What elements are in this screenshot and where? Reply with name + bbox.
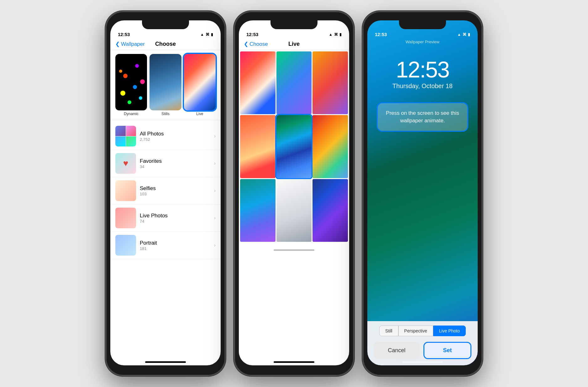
back-label-2: Choose <box>249 41 268 47</box>
favorites-info: Favorites 34 <box>140 158 210 169</box>
livephotos-count: 74 <box>140 219 210 224</box>
livephotos-thumb <box>115 208 136 228</box>
wallpaper-type-dynamic[interactable]: Dynamic <box>115 54 147 116</box>
album-item-livephotos[interactable]: Live Photos 74 › <box>110 204 221 232</box>
selfies-name: Selfies <box>140 185 210 192</box>
livephotos-info: Live Photos 74 <box>140 213 210 224</box>
wallpaper-type-grid: Dynamic Stills Live <box>110 50 221 117</box>
dynamic-label: Dynamic <box>124 112 139 116</box>
preview-date: Thursday, October 18 <box>367 82 478 90</box>
allphotos-chevron: › <box>214 133 216 139</box>
selfies-thumb <box>115 180 136 201</box>
preview-big-time: 12:53 <box>367 57 478 82</box>
phone3: 12:53 ▲ ⌘ ▮ Wallpaper Preview 12:53 Thur… <box>363 12 482 375</box>
live-wallpaper-9[interactable] <box>312 179 348 242</box>
back-button-1[interactable]: ❮ Wallpaper <box>115 41 145 47</box>
home-indicator-2 <box>274 361 314 363</box>
allphotos-count: 2,752 <box>140 137 210 142</box>
status-icons-3: ▲ ⌘ ▮ <box>457 32 470 37</box>
signal-icon-3: ▲ <box>457 32 461 37</box>
battery-icon-2: ▮ <box>339 32 342 37</box>
selfies-info: Selfies 103 <box>140 185 210 196</box>
livephotos-name: Live Photos <box>140 213 210 219</box>
portrait-count: 181 <box>140 246 210 251</box>
page-title-2: Live <box>288 41 300 47</box>
live-thumb <box>184 54 216 110</box>
live-wallpaper-grid <box>239 50 349 243</box>
album-item-portrait[interactable]: Portrait 181 › <box>110 232 221 259</box>
favorites-chevron: › <box>214 161 216 166</box>
signal-icon: ▲ <box>200 32 204 37</box>
battery-icon-3: ▮ <box>468 32 470 37</box>
favorites-name: Favorites <box>140 158 210 164</box>
live-label: Live <box>196 112 203 116</box>
selfies-chevron: › <box>214 188 216 194</box>
home-indicator-1 <box>145 361 186 363</box>
dynamic-thumb <box>115 54 147 110</box>
live-wallpaper-3[interactable] <box>312 51 348 114</box>
album-item-selfies[interactable]: Selfies 103 › <box>110 177 221 204</box>
live-wallpaper-5[interactable] <box>276 115 312 178</box>
livephoto-toggle[interactable]: Live Photo <box>433 326 466 336</box>
portrait-name: Portrait <box>140 240 210 246</box>
portrait-info: Portrait 181 <box>140 240 210 251</box>
live-wallpaper-2[interactable] <box>276 51 312 114</box>
time-2: 12:53 <box>246 32 258 37</box>
portrait-chevron: › <box>214 242 216 248</box>
livephotos-chevron: › <box>214 215 216 221</box>
divider-1 <box>110 120 221 120</box>
signal-icon-2: ▲ <box>329 32 333 37</box>
heart-icon: ♥ <box>123 158 129 168</box>
favorites-thumb: ♥ <box>115 153 136 174</box>
home-indicator-3 <box>402 361 443 363</box>
page-title-1: Choose <box>155 41 176 47</box>
phone3-screen: 12:53 ▲ ⌘ ▮ Wallpaper Preview 12:53 Thur… <box>367 20 478 365</box>
live-wallpaper-6[interactable] <box>312 115 348 178</box>
time-3: 12:53 <box>375 32 387 37</box>
chevron-left-icon: ❮ <box>115 41 120 47</box>
phone1-screen: 12:53 ▲ ⌘ ▮ ❮ Wallpaper Choose <box>110 20 221 365</box>
back-label-1: Wallpaper <box>121 41 145 47</box>
live-wallpaper-4[interactable] <box>240 115 276 178</box>
notch3 <box>399 20 446 29</box>
wallpaper-type-stills[interactable]: Stills <box>150 54 181 116</box>
perspective-toggle[interactable]: Perspective <box>398 326 433 336</box>
nav-bar-2: ❮ Choose Live <box>239 38 349 50</box>
stills-thumb <box>150 54 181 110</box>
allphotos-name: All Photos <box>140 131 210 137</box>
wifi-icon: ⌘ <box>206 32 209 37</box>
scroll-indicator <box>274 249 314 251</box>
status-icons-1: ▲ ⌘ ▮ <box>200 32 213 37</box>
cancel-button[interactable]: Cancel <box>374 342 420 359</box>
status-icons-2: ▲ ⌘ ▮ <box>329 32 342 37</box>
phone1: 12:53 ▲ ⌘ ▮ ❮ Wallpaper Choose <box>106 12 225 375</box>
set-button[interactable]: Set <box>423 342 471 359</box>
portrait-thumb <box>115 235 136 256</box>
live-wallpaper-7[interactable] <box>240 179 276 242</box>
toggle-row: Still Perspective Live Photo <box>367 321 478 339</box>
battery-icon: ▮ <box>211 32 213 37</box>
preview-message: Press on the screen to see this wallpape… <box>385 109 460 125</box>
favorites-count: 34 <box>140 164 210 169</box>
chevron-left-icon-2: ❮ <box>244 41 248 47</box>
time-1: 12:53 <box>118 32 130 37</box>
live-wallpaper-1[interactable] <box>240 51 276 114</box>
album-item-favorites[interactable]: ♥ Favorites 34 › <box>110 150 221 177</box>
allphotos-info: All Photos 2,752 <box>140 131 210 142</box>
nav-bar-1: ❮ Wallpaper Choose <box>110 38 221 50</box>
album-item-allphotos[interactable]: All Photos 2,752 › <box>110 123 221 150</box>
back-button-2[interactable]: ❮ Choose <box>244 41 268 47</box>
preview-top-label: Wallpaper Preview <box>367 40 478 44</box>
preview-message-box: Press on the screen to see this wallpape… <box>377 102 468 132</box>
allphotos-thumb <box>115 126 136 146</box>
still-toggle[interactable]: Still <box>379 326 398 336</box>
wifi-icon-2: ⌘ <box>334 32 338 37</box>
phone2-screen: 12:53 ▲ ⌘ ▮ ❮ Choose Live <box>239 20 349 365</box>
album-list: All Photos 2,752 › ♥ Favorites 34 › <box>110 123 221 259</box>
notch2 <box>270 20 318 29</box>
preview-time-display: 12:53 Thursday, October 18 <box>367 57 478 90</box>
stills-label: Stills <box>161 112 169 116</box>
scroll-indicator-wrap <box>239 247 349 253</box>
live-wallpaper-8[interactable] <box>276 179 312 242</box>
wallpaper-type-live[interactable]: Live <box>184 54 216 116</box>
